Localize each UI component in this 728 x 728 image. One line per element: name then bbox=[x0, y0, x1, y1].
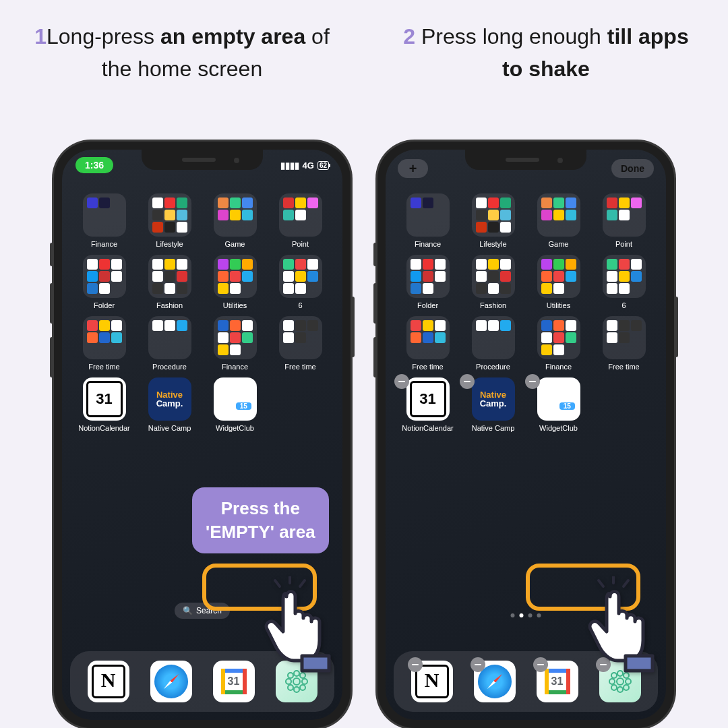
app-native-camp[interactable]: NativeCamp.Native Camp bbox=[140, 377, 200, 432]
folder-label: Finance bbox=[91, 240, 117, 248]
folder-fashion[interactable]: Fashion bbox=[463, 255, 523, 309]
folder-label: Point bbox=[292, 240, 309, 248]
app-notioncalendar[interactable]: 31NotionCalendar bbox=[74, 377, 134, 432]
folder-label: Fashion bbox=[480, 301, 506, 309]
hand-pointer-icon bbox=[580, 576, 674, 680]
phone-notch bbox=[465, 150, 586, 170]
remove-badge-icon[interactable] bbox=[533, 657, 548, 672]
app-notioncalendar[interactable]: 31NotionCalendar bbox=[398, 377, 458, 432]
remove-badge-icon[interactable] bbox=[460, 374, 475, 389]
folder-label: Lifestyle bbox=[156, 240, 183, 248]
folder-point[interactable]: Point bbox=[594, 193, 654, 248]
folder-lifestyle[interactable]: Lifestyle bbox=[463, 193, 523, 248]
phone-notch bbox=[142, 150, 263, 170]
folder-game[interactable]: Game bbox=[205, 193, 265, 248]
folder-game[interactable]: Game bbox=[528, 193, 588, 248]
app-label: NotionCalendar bbox=[78, 424, 129, 432]
dock-app-safari[interactable] bbox=[474, 661, 516, 702]
page-indicator[interactable] bbox=[511, 613, 541, 617]
home-grid-edit-mode[interactable]: FinanceLifestyleGamePointFolderFashionUt… bbox=[386, 193, 666, 432]
folder-6[interactable]: 6 bbox=[270, 255, 330, 309]
app-widgetclub[interactable]: 15WidgetClub bbox=[205, 377, 265, 432]
folder-label: Finance bbox=[222, 363, 248, 371]
folder-folder[interactable]: Folder bbox=[74, 255, 134, 309]
folder-lifestyle[interactable]: Lifestyle bbox=[140, 193, 200, 248]
phone-step-1: 1:36 ▮▮▮▮ 4G 62 FinanceLifestyleGamePoin… bbox=[54, 142, 351, 728]
folder-label: Free time bbox=[284, 363, 315, 371]
folder-free-time[interactable]: Free time bbox=[398, 316, 458, 371]
app-native-camp[interactable]: NativeCamp.Native Camp bbox=[463, 377, 523, 432]
folder-finance[interactable]: Finance bbox=[74, 193, 134, 248]
svg-point-12 bbox=[617, 687, 623, 692]
remove-badge-icon[interactable] bbox=[394, 374, 409, 389]
signal-icon: ▮▮▮▮ bbox=[280, 160, 299, 171]
folder-label: Lifestyle bbox=[479, 240, 506, 248]
folder-label: Folder bbox=[94, 301, 115, 309]
dock-app-safari[interactable] bbox=[150, 661, 192, 702]
folder-label: Utilities bbox=[547, 301, 570, 309]
app-label: NotionCalendar bbox=[402, 424, 453, 432]
dock-app-notion[interactable]: N bbox=[88, 661, 129, 702]
battery-icon: 62 bbox=[317, 161, 329, 170]
folder-utilities[interactable]: Utilities bbox=[528, 255, 588, 309]
phone-step-2: + Done FinanceLifestyleGamePointFolderFa… bbox=[377, 142, 674, 728]
network-label: 4G bbox=[303, 160, 314, 171]
app-label: Native Camp bbox=[148, 424, 191, 432]
dock-app-google-calendar[interactable]: 31 bbox=[213, 661, 255, 702]
app-label: WidgetClub bbox=[216, 424, 254, 432]
svg-point-2 bbox=[294, 687, 299, 692]
dock-app-google-calendar[interactable]: 31 bbox=[537, 661, 578, 702]
svg-point-8 bbox=[300, 685, 305, 690]
instruction-step-2: 2 Press long enough till apps to shake bbox=[391, 20, 701, 85]
status-time: 1:36 bbox=[75, 157, 113, 173]
remove-badge-icon[interactable] bbox=[408, 657, 423, 672]
svg-point-18 bbox=[624, 685, 629, 690]
home-grid[interactable]: FinanceLifestyleGamePointFolderFashionUt… bbox=[62, 193, 342, 432]
app-label: WidgetClub bbox=[539, 424, 578, 432]
svg-point-7 bbox=[288, 685, 293, 690]
folder-label: Game bbox=[549, 240, 569, 248]
folder-label: Game bbox=[225, 240, 245, 248]
folder-point[interactable]: Point bbox=[270, 193, 330, 248]
folder-label: Free time bbox=[608, 363, 639, 371]
folder-label: Utilities bbox=[223, 301, 247, 309]
folder-label: Finance bbox=[415, 240, 441, 248]
hand-pointer-icon bbox=[256, 576, 351, 680]
folder-procedure[interactable]: Procedure bbox=[140, 316, 200, 371]
callout-press-empty: Press the 'EMPTY' area bbox=[192, 487, 329, 553]
folder-procedure[interactable]: Procedure bbox=[463, 316, 523, 371]
app-widgetclub[interactable]: 15WidgetClub bbox=[528, 377, 588, 432]
folder-folder[interactable]: Folder bbox=[398, 255, 458, 309]
folder-label: Folder bbox=[417, 301, 438, 309]
folder-label: 6 bbox=[298, 301, 302, 309]
folder-finance[interactable]: Finance bbox=[398, 193, 458, 248]
folder-label: 6 bbox=[621, 301, 626, 309]
folder-finance[interactable]: Finance bbox=[205, 316, 265, 371]
add-widget-button[interactable]: + bbox=[398, 159, 428, 178]
instruction-step-1: 1Long-press an empty area of the home sc… bbox=[27, 20, 337, 85]
svg-rect-9 bbox=[302, 656, 329, 671]
done-button[interactable]: Done bbox=[611, 159, 654, 178]
folder-free-time[interactable]: Free time bbox=[270, 316, 330, 371]
folder-label: Procedure bbox=[476, 363, 510, 371]
folder-label: Finance bbox=[545, 363, 572, 371]
folder-label: Free time bbox=[88, 363, 119, 371]
dock-app-notion[interactable]: N bbox=[411, 661, 453, 702]
folder-utilities[interactable]: Utilities bbox=[205, 255, 265, 309]
folder-finance[interactable]: Finance bbox=[528, 316, 588, 371]
folder-6[interactable]: 6 bbox=[594, 255, 654, 309]
svg-point-17 bbox=[611, 685, 617, 690]
folder-label: Fashion bbox=[156, 301, 183, 309]
svg-rect-19 bbox=[626, 656, 653, 671]
app-label: Native Camp bbox=[472, 424, 515, 432]
folder-free-time[interactable]: Free time bbox=[74, 316, 134, 371]
folder-label: Procedure bbox=[152, 363, 187, 371]
folder-label: Point bbox=[615, 240, 632, 248]
search-icon: 🔍 bbox=[183, 606, 193, 615]
folder-label: Free time bbox=[412, 363, 443, 371]
folder-free-time[interactable]: Free time bbox=[594, 316, 654, 371]
remove-badge-icon[interactable] bbox=[471, 657, 485, 672]
folder-fashion[interactable]: Fashion bbox=[140, 255, 200, 309]
remove-badge-icon[interactable] bbox=[525, 374, 540, 389]
